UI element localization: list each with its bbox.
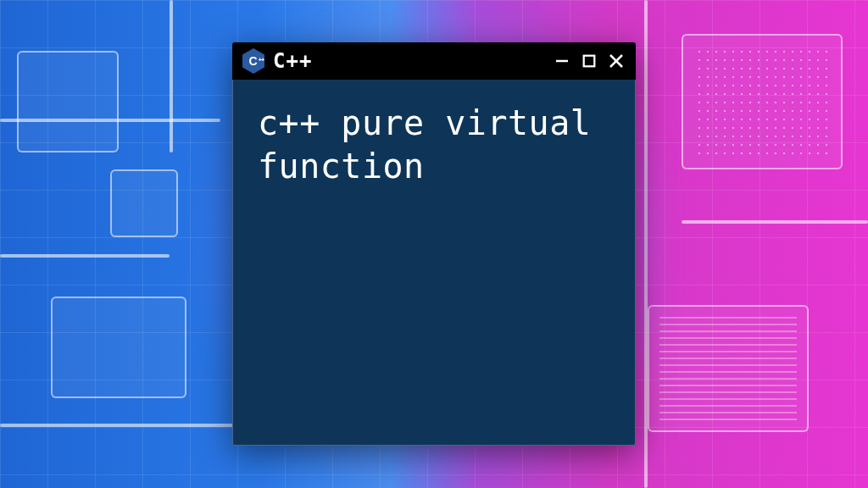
- bg-trace: [682, 220, 868, 224]
- maximize-icon: [581, 53, 597, 69]
- bg-chip: [682, 34, 843, 169]
- minimize-button[interactable]: [553, 52, 571, 70]
- window-controls: [553, 52, 626, 70]
- console-window: C ++ C++ c++ pure virtual func: [232, 42, 636, 446]
- maximize-button[interactable]: [580, 52, 598, 70]
- bg-chip: [17, 51, 119, 152]
- cpp-logo-icon: C ++: [242, 48, 264, 74]
- cpp-logo-plus: ++: [259, 57, 264, 63]
- bg-chip: [648, 305, 809, 432]
- titlebar[interactable]: C ++ C++: [232, 42, 636, 80]
- minimize-icon: [554, 53, 570, 69]
- bg-trace: [0, 119, 220, 122]
- bg-chip: [110, 169, 178, 237]
- close-icon: [608, 53, 625, 69]
- close-button[interactable]: [607, 52, 626, 70]
- window-title: C++: [273, 51, 544, 71]
- console-content[interactable]: c++ pure virtual function: [232, 80, 636, 446]
- bg-chip: [51, 297, 186, 398]
- svg-rect-1: [584, 56, 595, 67]
- bg-trace: [0, 254, 170, 258]
- bg-trace: [170, 0, 173, 152]
